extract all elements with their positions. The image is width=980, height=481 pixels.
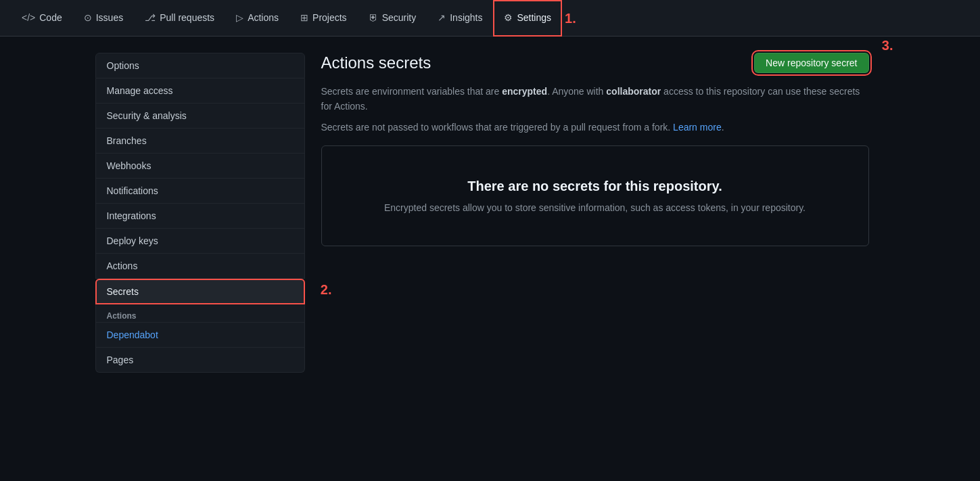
empty-state-box: There are no secrets for this repository… — [321, 145, 869, 246]
top-navigation: </> Code ⊙ Issues ⎇ Pull requests ▷ Acti… — [0, 0, 980, 37]
sidebar-item-webhooks[interactable]: Webhooks — [95, 154, 305, 179]
sidebar-secrets-label: Secrets — [107, 286, 139, 297]
insights-icon: ↗ — [438, 12, 446, 23]
sidebar-item-dependabot[interactable]: Dependabot — [95, 323, 305, 348]
step-3-label: 3. — [882, 38, 893, 53]
sidebar-item-options[interactable]: Options — [95, 53, 305, 78]
description-line-1: Secrets are environment variables that a… — [321, 84, 869, 114]
actions-icon: ▷ — [236, 12, 243, 23]
sidebar: Options Manage access Security & analysi… — [95, 53, 305, 373]
sidebar-item-branches[interactable]: Branches — [95, 129, 305, 154]
nav-issues[interactable]: ⊙ Issues — [73, 0, 134, 37]
sidebar-notifications-label: Notifications — [107, 185, 158, 196]
nav-projects-label: Projects — [312, 12, 347, 23]
sidebar-webhooks-label: Webhooks — [107, 160, 151, 171]
sidebar-item-actions[interactable]: Actions — [95, 254, 305, 279]
sidebar-item-notifications[interactable]: Notifications — [95, 179, 305, 204]
desc2-period: . — [722, 122, 724, 133]
nav-issues-label: Issues — [96, 12, 123, 23]
sidebar-item-security-analysis[interactable]: Security & analysis — [95, 104, 305, 129]
nav-code[interactable]: </> Code — [11, 0, 73, 37]
sidebar-deploy-keys-label: Deploy keys — [107, 235, 158, 246]
nav-settings-wrapper: ⚙ Settings 1. — [493, 0, 576, 37]
sidebar-options-label: Options — [107, 60, 139, 71]
empty-state-title: There are no secrets for this repository… — [338, 179, 852, 194]
sidebar-section-actions: Actions — [95, 304, 305, 323]
desc1-middle: . Anyone with — [547, 86, 606, 97]
projects-icon: ⊞ — [300, 12, 308, 23]
desc2-text: Secrets are not passed to workflows that… — [321, 122, 671, 133]
security-icon: ⛨ — [369, 12, 378, 23]
sidebar-item-manage-access[interactable]: Manage access — [95, 78, 305, 104]
step-1-label: 1. — [565, 12, 576, 25]
sidebar-branches-label: Branches — [107, 135, 147, 146]
issues-icon: ⊙ — [84, 12, 92, 23]
nav-insights-label: Insights — [450, 12, 482, 23]
desc1-prefix: Secrets are environment variables that a… — [321, 86, 503, 97]
nav-actions-label: Actions — [248, 12, 279, 23]
nav-actions[interactable]: ▷ Actions — [225, 0, 289, 37]
sidebar-security-analysis-label: Security & analysis — [107, 110, 187, 121]
nav-security[interactable]: ⛨ Security — [358, 0, 427, 37]
page-title: Actions secrets — [321, 53, 431, 72]
step-2-label: 2. — [321, 282, 332, 298]
sidebar-manage-access-label: Manage access — [107, 85, 173, 96]
nav-code-label: Code — [39, 12, 62, 23]
learn-more-link[interactable]: Learn more — [673, 122, 722, 133]
sidebar-item-deploy-keys[interactable]: Deploy keys — [95, 229, 305, 254]
nav-settings[interactable]: ⚙ Settings — [493, 0, 562, 37]
sidebar-dependabot-label: Dependabot — [107, 329, 158, 340]
desc1-bold1: encrypted — [502, 86, 547, 97]
new-repository-secret-button[interactable]: New repository secret — [754, 53, 868, 73]
header-right: New repository secret 3. — [754, 53, 868, 73]
nav-pull-requests-label: Pull requests — [160, 12, 214, 23]
secrets-item-wrapper: Secrets 2. — [95, 279, 305, 304]
nav-settings-label: Settings — [517, 12, 551, 23]
code-icon: </> — [22, 12, 35, 23]
sidebar-item-pages[interactable]: Pages — [95, 348, 305, 373]
settings-icon: ⚙ — [504, 12, 513, 23]
sidebar-item-integrations[interactable]: Integrations — [95, 204, 305, 229]
main-content: Options Manage access Security & analysi… — [85, 37, 896, 389]
sidebar-item-secrets[interactable]: Secrets — [95, 279, 305, 304]
desc1-bold2: collaborator — [606, 86, 661, 97]
sidebar-pages-label: Pages — [107, 354, 134, 365]
nav-pull-requests[interactable]: ⎇ Pull requests — [134, 0, 225, 37]
nav-security-label: Security — [382, 12, 417, 23]
sidebar-actions-label: Actions — [107, 260, 138, 271]
pull-requests-icon: ⎇ — [145, 12, 156, 23]
sidebar-section-actions-label: Actions — [107, 311, 137, 321]
empty-state-desc: Encrypted secrets allow you to store sen… — [338, 202, 852, 213]
panel-header: Actions secrets New repository secret 3. — [321, 53, 869, 73]
sidebar-integrations-label: Integrations — [107, 210, 156, 221]
nav-insights[interactable]: ↗ Insights — [427, 0, 493, 37]
nav-projects[interactable]: ⊞ Projects — [289, 0, 358, 37]
description-line-2: Secrets are not passed to workflows that… — [321, 120, 869, 135]
main-panel: Actions secrets New repository secret 3.… — [305, 53, 885, 373]
